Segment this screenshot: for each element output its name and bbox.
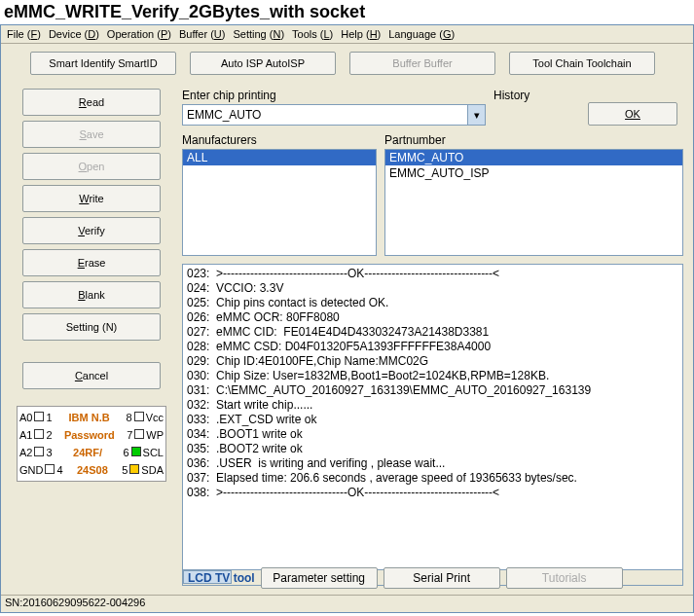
list-item[interactable]: EMMC_AUTO (385, 150, 682, 165)
open-button: Open (22, 153, 161, 180)
write-button[interactable]: Write (22, 185, 161, 212)
toolchain-button[interactable]: Tool Chain Toolchain (509, 52, 655, 75)
toolbar: Smart Identify SmartID Auto ISP AutoISP … (1, 44, 693, 81)
chip-dropdown-icon[interactable]: ▾ (467, 105, 485, 125)
chip-diagram: A01IBM N.B8Vcc A12Password7WP A2324RF/6S… (17, 406, 166, 482)
partnumber-label: Partnumber (384, 133, 683, 147)
blank-button[interactable]: Blank (22, 281, 161, 308)
menu-language[interactable]: Language (G) (388, 28, 455, 40)
app-window: File (F) Device (D) Operation (P) Buffer… (0, 24, 694, 613)
menu-buffer[interactable]: Buffer (U) (179, 28, 226, 40)
window-title: eMMC_WRITE_Verify_2GBytes_with socket (0, 0, 694, 24)
tutorials-button: Tutorials (506, 567, 623, 589)
list-item[interactable]: ALL (183, 150, 376, 165)
partnumber-list[interactable]: EMMC_AUTO EMMC_AUTO_ISP (384, 149, 683, 256)
log-output: 023: >--------------------------------OK… (182, 264, 683, 570)
left-sidebar: Read Save Open Write Verify Erase Blank … (1, 81, 182, 590)
ok-button[interactable]: OK (588, 102, 677, 126)
history-label: History (493, 89, 552, 102)
menu-setting[interactable]: Setting (N) (233, 28, 284, 40)
chip-input[interactable] (183, 105, 467, 125)
parameter-setting-button[interactable]: Parameter setting (261, 567, 378, 589)
menubar: File (F) Device (D) Operation (P) Buffer… (1, 25, 693, 44)
status-bar: SN:20160629095622-004296 (1, 595, 693, 612)
read-button[interactable]: Read (22, 89, 161, 116)
list-item[interactable]: EMMC_AUTO_ISP (385, 165, 682, 181)
cancel-button[interactable]: Cancel (22, 362, 161, 389)
serial-print-button[interactable]: Serial Print (384, 567, 500, 589)
right-panel: Enter chip printing ▾ History OK Manufac… (182, 81, 693, 590)
erase-button[interactable]: Erase (22, 249, 161, 276)
setting-button[interactable]: Setting (N) (22, 313, 161, 341)
manufacturers-list[interactable]: ALL (182, 149, 377, 256)
smart-identify-button[interactable]: Smart Identify SmartID (30, 52, 176, 75)
menu-file[interactable]: File (F) (7, 28, 41, 40)
verify-button[interactable]: Verify (22, 217, 161, 244)
menu-operation[interactable]: Operation (P) (107, 28, 171, 40)
menu-device[interactable]: Device (D) (49, 28, 99, 40)
bottom-bar: LCD TV tool Parameter setting Serial Pri… (182, 563, 685, 593)
enter-chip-label: Enter chip printing (182, 89, 486, 102)
chip-combo[interactable]: ▾ (182, 104, 486, 126)
menu-help[interactable]: Help (H) (341, 28, 381, 40)
lcd-tv-label: LCD TV tool (188, 571, 255, 585)
menu-tools[interactable]: Tools (L) (292, 28, 333, 40)
auto-isp-button[interactable]: Auto ISP AutoISP (190, 52, 336, 75)
save-button: Save (22, 121, 161, 148)
manufacturers-label: Manufacturers (182, 133, 377, 147)
buffer-button: Buffer Buffer (349, 52, 495, 75)
